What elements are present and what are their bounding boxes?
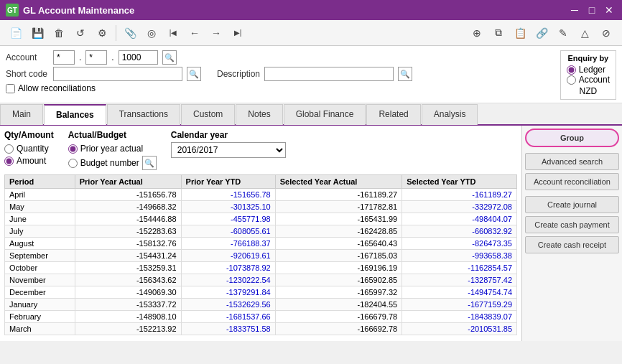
last-button[interactable]: ▶| (228, 23, 248, 43)
enquiry-ledger-label: Ledger (579, 65, 605, 75)
budget-search-button[interactable]: 🔍 (142, 156, 157, 170)
allow-reconciliations-checkbox[interactable] (6, 84, 15, 93)
description-search-button[interactable]: 🔍 (398, 67, 412, 81)
calendar-group: Calendar year 2014/2015 2015/2016 2016/2… (171, 130, 286, 158)
cell-pytd: -1532629.56 (181, 299, 275, 311)
refresh-button[interactable]: ↺ (70, 23, 90, 43)
first-button[interactable]: |◀ (163, 23, 183, 43)
tabs-bar: Main Balances Transactions Custom Notes … (0, 103, 622, 126)
tools-button[interactable]: ⚙ (92, 23, 112, 43)
calendar-dropdown[interactable]: 2014/2015 2015/2016 2016/2017 2017/2018 (171, 142, 286, 158)
balances-table: Period Prior Year Actual Prior Year YTD … (4, 174, 517, 335)
tab-related[interactable]: Related (366, 104, 420, 125)
tab-notes[interactable]: Notes (236, 104, 282, 125)
tab-custom[interactable]: Custom (181, 104, 235, 125)
account-field-3[interactable] (119, 50, 158, 65)
qty-amount-title: Qty/Amount (4, 130, 54, 140)
tab-global-finance[interactable]: Global Finance (284, 104, 366, 125)
sec-btn6[interactable]: △ (575, 23, 595, 43)
next-button[interactable]: → (206, 23, 226, 43)
amount-label: Amount (17, 156, 46, 166)
restore-button[interactable]: □ (585, 4, 599, 17)
actual-budget-title: Actual/Budget (68, 130, 157, 140)
table-row: September -154431.24 -920619.61 -167185.… (5, 250, 517, 262)
shortcode-input[interactable] (53, 67, 182, 81)
cell-sya: -162428.85 (275, 225, 401, 238)
cell-period: March (5, 323, 75, 335)
cell-pya: -154431.24 (75, 250, 181, 262)
col-pytd: Prior Year YTD (181, 175, 275, 189)
cell-sytd: -1162854.57 (402, 262, 517, 274)
close-button[interactable]: ✕ (602, 4, 616, 17)
sec-btn1[interactable]: ⊕ (467, 23, 487, 43)
new-button[interactable]: 📄 (6, 23, 26, 43)
table-row: March -152213.92 -1833751.58 -166692.78 … (5, 323, 517, 335)
delete-button[interactable]: 🗑 (49, 23, 69, 43)
create-cash-receipt-button[interactable]: Create cash receipt (525, 236, 619, 253)
account-field-2[interactable] (85, 50, 107, 65)
cell-sya: -166692.78 (275, 323, 401, 335)
cell-sytd: -2010531.85 (402, 323, 517, 335)
advanced-search-button[interactable]: Advanced search (525, 153, 619, 170)
cell-sytd: -1677159.29 (402, 299, 517, 311)
account-field-1[interactable] (53, 50, 75, 65)
cell-period: December (5, 286, 75, 299)
title-bar: GT GL Account Maintenance ─ □ ✕ (0, 0, 622, 20)
tab-balances[interactable]: Balances (44, 104, 106, 125)
enquiry-ledger-radio[interactable] (567, 65, 576, 75)
group-button[interactable]: Group (525, 129, 619, 147)
tab-analysis[interactable]: Analysis (422, 104, 478, 125)
calendar-title: Calendar year (171, 130, 286, 140)
actual-budget-group: Actual/Budget Prior year actual Budget n… (68, 130, 157, 170)
cell-sytd: -161189.27 (402, 189, 517, 201)
tab-transactions[interactable]: Transactions (107, 104, 180, 125)
quantity-radio[interactable] (4, 144, 14, 154)
prev-button[interactable]: ← (185, 23, 205, 43)
sec-btn2[interactable]: ⧉ (488, 23, 509, 43)
left-panel: Qty/Amount Quantity Amount Actual/Budget (0, 126, 521, 341)
target-button[interactable]: ◎ (141, 23, 162, 43)
table-row: February -148908.10 -1681537.66 -166679.… (5, 311, 517, 323)
sec-btn3[interactable]: 📋 (510, 23, 530, 43)
cell-pytd: -1681537.66 (181, 311, 275, 323)
attach-button[interactable]: 📎 (120, 23, 140, 43)
cell-sya: -161189.27 (275, 189, 401, 201)
cell-sytd: -1494754.74 (402, 286, 517, 299)
right-panel: Group Advanced search Account reconcilia… (521, 126, 622, 341)
description-input[interactable] (264, 67, 394, 81)
create-cash-payment-button[interactable]: Create cash payment (525, 216, 619, 233)
cell-sytd: -993658.38 (402, 250, 517, 262)
form-header: Account . . 🔍 Short code 🔍 Description 🔍… (0, 46, 622, 103)
budget-number-radio[interactable] (68, 159, 78, 168)
cell-period: June (5, 213, 75, 225)
save-button[interactable]: 💾 (27, 23, 47, 43)
minimize-button[interactable]: ─ (567, 4, 582, 17)
table-row: November -156343.62 -1230222.54 -165902.… (5, 274, 517, 286)
account-reconciliation-button[interactable]: Account reconciliation (525, 173, 619, 190)
window-title: GL Account Maintenance (23, 5, 134, 16)
cell-sya: -165640.43 (275, 238, 401, 250)
enquiry-by-title: Enquiry by (567, 54, 610, 62)
sec-btn4[interactable]: 🔗 (532, 23, 552, 43)
account-dot-1: . (79, 52, 81, 62)
cell-pya: -153259.31 (75, 262, 181, 274)
budget-number-label: Budget number (80, 158, 139, 168)
cell-sytd: -1328757.42 (402, 274, 517, 286)
table-row: December -149069.30 -1379291.84 -165997.… (5, 286, 517, 299)
account-search-button[interactable]: 🔍 (162, 50, 177, 65)
cell-period: November (5, 274, 75, 286)
shortcode-search-button[interactable]: 🔍 (187, 67, 201, 81)
amount-radio[interactable] (4, 157, 14, 166)
sec-btn5[interactable]: ✎ (553, 23, 573, 43)
cell-sya: -169196.19 (275, 262, 401, 274)
cell-pytd: -151656.78 (181, 189, 275, 201)
cell-sytd: -1843839.07 (402, 311, 517, 323)
sec-btn7[interactable]: ⊘ (596, 23, 616, 43)
create-journal-button[interactable]: Create journal (525, 196, 619, 213)
cell-sytd: -332972.08 (402, 201, 517, 213)
enquiry-account-radio[interactable] (567, 75, 576, 85)
prior-year-actual-radio[interactable] (68, 144, 78, 154)
cell-pya: -148908.10 (75, 311, 181, 323)
tab-main[interactable]: Main (0, 104, 43, 125)
main-toolbar: 📄 💾 🗑 ↺ ⚙ 📎 ◎ |◀ ← → ▶| ⊕ ⧉ 📋 🔗 ✎ △ ⊘ (0, 20, 622, 46)
